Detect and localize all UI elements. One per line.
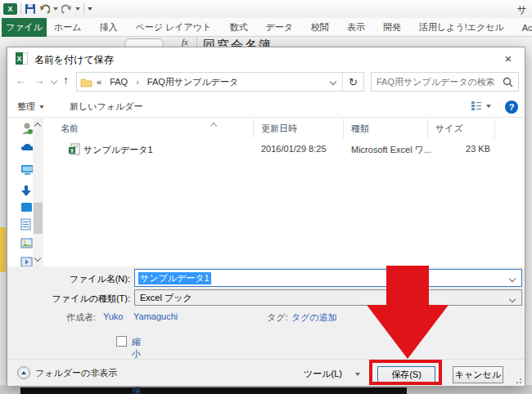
tab-data[interactable]: データ	[265, 21, 293, 34]
fx-icon: fx	[182, 37, 188, 47]
onedrive-icon[interactable]	[20, 142, 34, 155]
tab-review[interactable]: 校閲	[311, 21, 329, 34]
up-button[interactable]: ↑	[63, 74, 69, 87]
column-header-name[interactable]: 名前	[61, 123, 79, 135]
cancel-button[interactable]: キャンセル	[453, 366, 503, 383]
folder-icon	[80, 77, 92, 87]
file-type-chevron	[509, 296, 516, 302]
desktop-icon[interactable]	[20, 202, 34, 215]
excel-app-icon: X	[3, 3, 17, 15]
tab-file[interactable]: ファイル	[2, 18, 47, 37]
help-button[interactable]: ?	[505, 101, 518, 114]
file-type: Microsoft Excel ワ...	[351, 144, 431, 156]
dialog-title: 名前を付けて保存	[34, 53, 114, 67]
hide-folders-label: フォルダーの非表示	[35, 367, 117, 379]
column-divider[interactable]	[253, 119, 254, 138]
downloads-icon[interactable]	[20, 185, 34, 198]
tab-formulas[interactable]: 数式	[229, 21, 247, 34]
screenshot-canvas: X サ ファイル ホーム 挿入 ペ	[0, 0, 532, 394]
formula-bar-partial-text: 同窓会名簿	[203, 38, 301, 47]
redo-dropdown-caret[interactable]	[75, 7, 80, 11]
separator	[20, 3, 21, 15]
author-first-link[interactable]: Yuko	[103, 311, 123, 321]
file-browser-area: 名前 更新日時 種類 サイズ X サンプルデータ1	[7, 119, 525, 266]
taskbar-strip	[20, 387, 407, 394]
scrollbar-thumb[interactable]	[34, 203, 43, 234]
column-divider[interactable]	[343, 119, 344, 138]
tools-label: ツール(L)	[304, 368, 342, 380]
file-row[interactable]: X サンプルデータ1 2016/01/29 8:25 Microsoft Exc…	[43, 141, 525, 159]
svg-text:X: X	[16, 55, 21, 63]
add-tag-link[interactable]: タグの追加	[291, 311, 337, 324]
change-view-button[interactable]	[471, 101, 491, 111]
address-dropdown-chevron[interactable]	[330, 78, 336, 85]
quick-access-toolbar: X	[3, 2, 92, 16]
authors-label: 作成者:	[66, 311, 96, 324]
excel-title-bar: X サ	[0, 0, 532, 18]
address-bar[interactable]: « FAQ › FAQ用サンプルデータ ↻	[76, 72, 364, 92]
back-button[interactable]: ←	[16, 74, 27, 87]
customize-qat-caret[interactable]	[88, 7, 92, 11]
column-divider[interactable]	[494, 119, 495, 138]
pictures-icon[interactable]	[20, 238, 34, 251]
ribbon-tab-row: ファイル ホーム 挿入 ページ レイアウト 数式 データ 校閲 表示 開発 活用…	[0, 18, 532, 37]
file-name: サンプルデータ1	[83, 144, 153, 156]
breadcrumb-faq[interactable]: FAQ	[106, 77, 132, 87]
this-pc-icon[interactable]	[20, 164, 34, 177]
column-header-type[interactable]: 種類	[351, 123, 369, 135]
tools-button[interactable]: ツール(L)	[304, 368, 360, 380]
user-profile-icon[interactable]	[20, 122, 34, 135]
search-input[interactable]: FAQ用サンプルデータの検索	[371, 72, 519, 92]
refresh-button[interactable]: ↻	[343, 76, 363, 88]
author-last-link[interactable]: Yamaguchi	[133, 311, 178, 321]
dialog-title-bar[interactable]: X 名前を付けて保存 ×	[7, 47, 525, 69]
save-icon[interactable]	[25, 3, 36, 15]
resize-grip[interactable]	[515, 377, 521, 383]
column-header-size[interactable]: サイズ	[435, 123, 463, 135]
documents-icon[interactable]	[20, 218, 34, 231]
formula-bar-row: fx 同窓会名簿	[0, 37, 532, 47]
scroll-down-icon[interactable]	[34, 255, 41, 262]
metadata-row: 作成者: Yuko Yamaguchi タグ: タグの追加	[7, 311, 525, 325]
file-name-dropdown-chevron[interactable]	[509, 275, 516, 282]
navpane-scrollbar[interactable]	[33, 119, 43, 266]
worksheet-left-edge	[0, 47, 7, 385]
breadcrumb-current-folder[interactable]: FAQ用サンプルデータ	[143, 76, 243, 88]
undo-icon[interactable]	[39, 4, 50, 15]
tab-view[interactable]: 表示	[347, 21, 365, 34]
file-size: 23 KB	[458, 144, 490, 154]
svg-text:X: X	[70, 148, 74, 154]
command-toolbar: 整理 新しいフォルダー ?	[7, 96, 525, 118]
recent-locations-chevron[interactable]	[51, 78, 57, 84]
scroll-up-icon[interactable]	[34, 123, 41, 129]
organize-button[interactable]: 整理	[17, 101, 44, 113]
tab-insert[interactable]: 挿入	[100, 21, 118, 34]
new-folder-button[interactable]: 新しいフォルダー	[70, 101, 143, 113]
tab-custom-excel[interactable]: 活用しよう!エクセル	[419, 21, 504, 34]
file-modified: 2016/01/29 8:25	[261, 144, 327, 154]
save-thumbnail-checkbox[interactable]	[116, 336, 127, 347]
separator	[196, 37, 197, 47]
search-icon	[503, 77, 513, 87]
tab-page-layout[interactable]: ページ レイアウト	[136, 21, 212, 34]
tab-developer[interactable]: 開発	[383, 21, 401, 34]
file-name-label: ファイル名(N):	[7, 273, 130, 285]
name-box[interactable]	[124, 38, 164, 47]
tags-label: タグ:	[267, 311, 288, 324]
dialog-footer: フォルダーの非表示 ツール(L) 保存(S) キャンセル	[7, 359, 525, 386]
column-header-modified[interactable]: 更新日時	[261, 123, 297, 135]
file-name-input[interactable]: サンプルデータ1	[134, 269, 522, 287]
undo-dropdown-caret[interactable]	[53, 7, 58, 11]
redo-icon[interactable]	[61, 4, 72, 15]
forward-button[interactable]: →	[34, 74, 45, 87]
file-type-select[interactable]: Excel ブック	[134, 289, 522, 306]
hide-folders-button[interactable]: フォルダーの非表示	[17, 366, 117, 379]
close-button[interactable]: ×	[497, 49, 520, 67]
organize-label: 整理	[17, 101, 35, 113]
separator	[83, 3, 84, 15]
save-as-dialog: X 名前を付けて保存 × ← → ↑ « FAQ › FAQ用サンプルデータ ↻	[7, 47, 525, 385]
tab-acrobat[interactable]: Acrobat	[522, 23, 532, 33]
column-divider[interactable]	[427, 119, 428, 138]
tab-home[interactable]: ホーム	[54, 21, 82, 34]
save-button[interactable]: 保存(S)	[377, 366, 435, 383]
